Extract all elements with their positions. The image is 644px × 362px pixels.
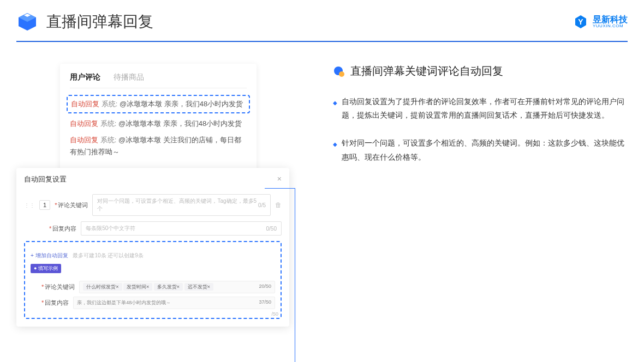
keyword-input[interactable]: 对同一个问题，可设置多个相近、高频的关键词，Tag确定，最多5个 0/5 xyxy=(92,194,271,216)
delete-icon[interactable]: 🗑 xyxy=(275,201,282,209)
page-title: 直播间弹幕回复 xyxy=(46,11,153,32)
close-icon[interactable]: × xyxy=(277,174,282,184)
keyword-tag: 多久发货× xyxy=(154,283,183,291)
tab-pending-goods[interactable]: 待播商品 xyxy=(114,73,144,82)
content-input[interactable]: 每条限50个中文字符 0/50 xyxy=(81,221,282,236)
logo-icon: Y xyxy=(573,14,588,29)
auto-reply-settings-dialog: 自动回复设置 × ⋮⋮ 1 *评论关键词 对同一个问题，可设置多个相近、高频的关… xyxy=(16,168,289,327)
comment-item: 自动回复 系统: @冰墩墩本墩 关注我们的店铺，每日都有热门推荐呦～ xyxy=(70,134,247,158)
outside-counter: /50 xyxy=(271,311,278,317)
keyword-label: *评论关键词 xyxy=(55,201,88,209)
bullet-item: ◆自动回复设置为了提升作者的评论回复效率，作者可在开播前针对常见的评论用户问题，… xyxy=(333,95,628,122)
dialog-title: 自动回复设置 xyxy=(24,174,67,184)
logo-text-sub: YUUXIN.COM xyxy=(593,24,628,28)
row-number: 1 xyxy=(39,200,50,210)
example-section: + 增加自动回复 最多可建10条 还可以创建9条 ● 填写示例 *评论关键词 什… xyxy=(24,241,282,319)
svg-point-5 xyxy=(339,71,344,77)
add-auto-reply-link[interactable]: + 增加自动回复 xyxy=(31,252,68,258)
comment-text: @冰墩墩本墩 亲亲，我们48小时内发货 xyxy=(120,100,243,108)
content-label: *回复内容 xyxy=(49,225,76,233)
comment-item: 自动回复 系统: @冰墩墩本墩 亲亲，我们48小时内发货 xyxy=(70,118,247,130)
bullet-icon xyxy=(333,65,345,77)
connector-line xyxy=(295,188,295,362)
example-keyword-field: 什么时候发货× 发货时间× 多久发货× 迟不发货× 20/50 xyxy=(79,281,275,293)
svg-text:Y: Y xyxy=(578,17,583,26)
section-subtitle: 直播间弹幕关键词评论自动回复 xyxy=(350,64,503,79)
bullet-item: ◆针对同一个问题，可设置多个相近的、高频的关键词。例如：这款多少钱、这块能优惠吗… xyxy=(333,136,628,164)
comment-highlighted: 自动回复 系统: @冰墩墩本墩 亲亲，我们48小时内发货 xyxy=(67,95,250,113)
auto-reply-tag: 自动回复 xyxy=(71,100,99,108)
brand-logo: Y 昱新科技 YUUXIN.COM xyxy=(573,14,628,29)
example-content-field: 亲，我们这边都是下单48小时内发货的哦～ 37/50 xyxy=(73,297,275,309)
logo-text-main: 昱新科技 xyxy=(593,15,628,24)
system-label: 系统: xyxy=(102,100,118,108)
drag-icon[interactable]: ⋮⋮ xyxy=(24,202,35,208)
tab-user-comments[interactable]: 用户评论 xyxy=(70,73,100,82)
keyword-tag: 迟不发货× xyxy=(184,283,213,291)
keyword-tag: 什么时候发货× xyxy=(83,283,122,291)
cube-icon xyxy=(16,11,38,33)
keyword-tag: 发货时间× xyxy=(123,283,152,291)
add-hint: 最多可建10条 还可以创建9条 xyxy=(73,252,143,258)
example-badge: ● 填写示例 xyxy=(31,264,61,273)
comment-panel: 用户评论 待播商品 自动回复 系统: @冰墩墩本墩 亲亲，我们48小时内发货 自… xyxy=(60,64,257,173)
